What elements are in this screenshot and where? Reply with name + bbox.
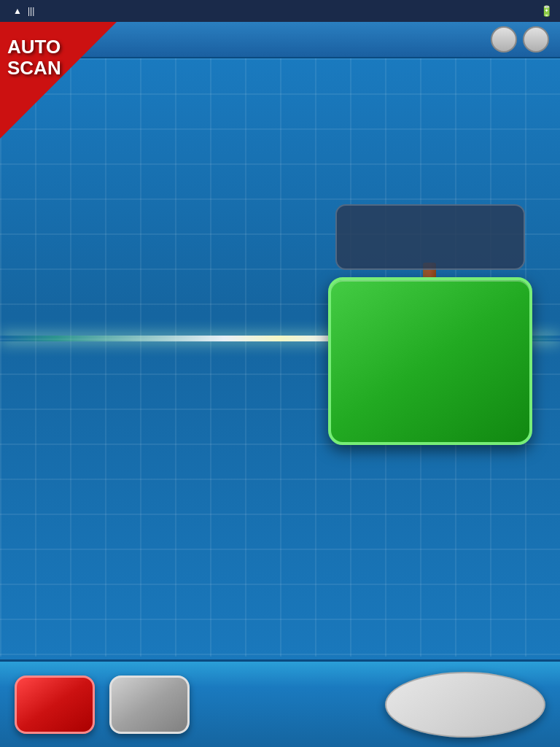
help-button[interactable]: [491, 26, 517, 53]
signal-icon: |||: [28, 6, 34, 16]
words-button[interactable]: [109, 676, 190, 734]
wifi-icon: ▲: [13, 6, 22, 16]
autoscan-progress-box: [335, 204, 525, 270]
hd-badge: [521, 729, 533, 732]
autoscan-label: AUTOSCAN: [7, 36, 61, 78]
status-bar: ▲ ||| 🔋: [0, 0, 560, 22]
no-more-typing-button[interactable]: [328, 277, 532, 445]
ez-cheats-logo: [385, 672, 545, 738]
game-board: // Generate grid lines dynamically const…: [0, 58, 560, 696]
mail-button[interactable]: [523, 26, 549, 53]
menu-button[interactable]: [15, 676, 95, 734]
bottom-bar: [0, 659, 560, 747]
battery-icon: 🔋: [540, 5, 553, 17]
